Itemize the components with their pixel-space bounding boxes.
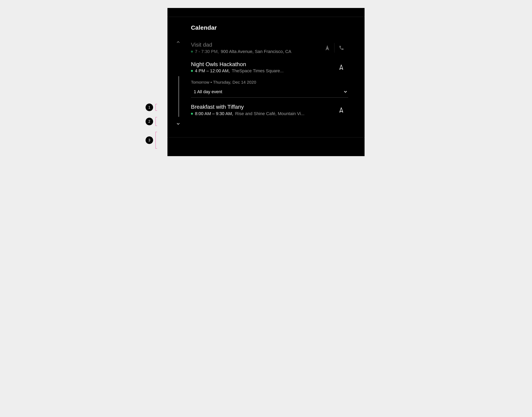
annotation-bracket	[155, 104, 157, 111]
navigate-button[interactable]	[334, 105, 348, 115]
annotation-badge: 2	[145, 118, 153, 125]
event-item-visit-dad[interactable]: Visit dad 7 - 7:30 PM, 900 Alta Avenue, …	[191, 39, 348, 59]
annotation-badge: 3	[145, 136, 153, 144]
all-day-label: 1 All day event	[191, 89, 222, 94]
annotation-badge: 1	[145, 104, 153, 111]
annotation-2: 2	[145, 117, 157, 126]
phone-icon	[339, 45, 344, 50]
event-location: Rise and Shine Café, Mountain Vi...	[235, 111, 304, 116]
event-title: Night Owls Hackathon	[191, 61, 348, 68]
event-item-breakfast[interactable]: Breakfast with Tiffany 8:00 AM – 9:30 AM…	[191, 101, 348, 121]
event-location: TheSpace Times Square...	[232, 68, 284, 73]
event-list: Visit dad 7 - 7:30 PM, 900 Alta Avenue, …	[191, 39, 348, 121]
event-title: Breakfast with Tiffany	[191, 104, 348, 110]
event-time: 4 PM – 12:00 AM,	[195, 68, 230, 73]
annotation-1: 1	[145, 104, 157, 111]
event-actions	[334, 63, 348, 72]
navigation-arrow-icon	[325, 45, 330, 51]
chevron-down-icon	[343, 90, 348, 94]
event-item-hackathon[interactable]: Night Owls Hackathon 4 PM – 12:00 AM, Th…	[191, 59, 348, 78]
event-subtitle: 4 PM – 12:00 AM, TheSpace Times Square..…	[191, 68, 348, 73]
status-dot-icon	[191, 51, 193, 52]
bottom-divider	[167, 137, 365, 137]
event-subtitle: 8:00 AM – 9:30 AM, Rise and Shine Café, …	[191, 111, 348, 116]
chevron-up-icon	[176, 40, 180, 44]
scroll-down-button[interactable]	[175, 120, 182, 127]
status-dot-icon	[191, 70, 193, 72]
navigation-arrow-icon	[338, 107, 344, 113]
app-title: Calendar	[191, 24, 217, 31]
event-time: 8:00 AM – 9:30 AM,	[195, 111, 233, 116]
annotation-bracket	[155, 132, 157, 148]
annotation-3: 3	[145, 132, 157, 148]
event-actions	[320, 43, 348, 52]
navigate-button[interactable]	[320, 43, 334, 52]
navigate-button[interactable]	[334, 63, 348, 72]
status-dot-icon	[191, 113, 193, 115]
event-time: 7 - 7:30 PM,	[195, 49, 219, 54]
event-actions	[334, 105, 348, 115]
annotation-bracket	[155, 117, 157, 126]
expand-all-day-button[interactable]	[343, 89, 348, 94]
navigation-arrow-icon	[338, 64, 344, 70]
event-location: 900 Alta Avenue, San Francisco, CA	[221, 49, 291, 54]
scroll-up-button[interactable]	[175, 38, 182, 46]
chevron-down-icon	[176, 122, 180, 126]
all-day-events-row[interactable]: 1 All day event	[191, 87, 348, 98]
call-button[interactable]	[334, 43, 348, 52]
section-header-tomorrow: Tomorrow • Thursday, Dec 14 2020	[191, 80, 348, 85]
scrollbar[interactable]	[178, 76, 179, 117]
calendar-app-screen: Calendar Visit dad 7 - 7:30 PM, 900 Alta…	[167, 8, 365, 156]
